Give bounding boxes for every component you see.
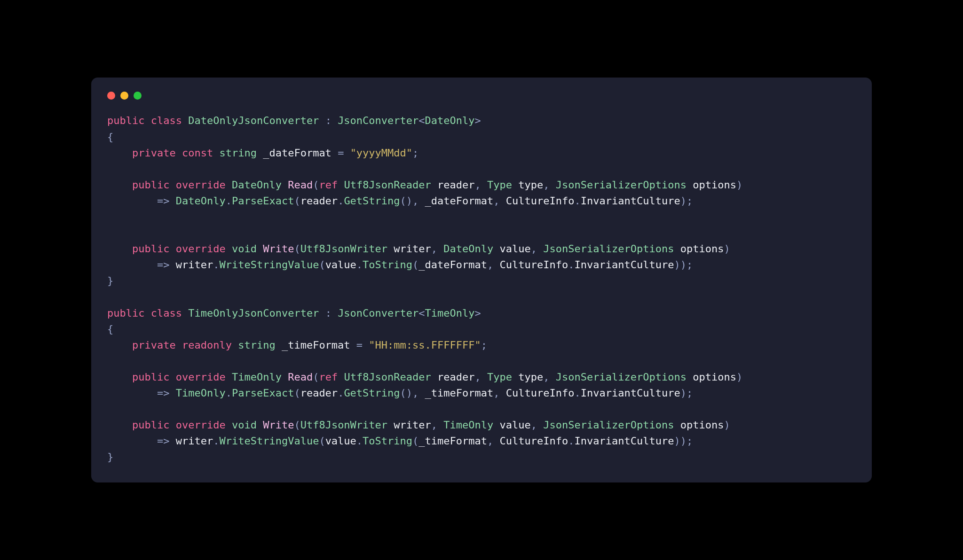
punct: , (487, 259, 493, 271)
code-window: public class DateOnlyJsonConverter : Jso… (91, 78, 872, 482)
punct: ) (680, 387, 687, 399)
punct: ; (412, 147, 418, 159)
punct: ) (406, 387, 412, 399)
identifier: type (518, 179, 543, 191)
type: JsonSerializerOptions (556, 371, 687, 383)
identifier: _timeFormat (418, 435, 487, 447)
punct: , (431, 419, 437, 431)
punct: . (213, 435, 219, 447)
punct: ( (294, 419, 300, 431)
type: JsonConverter (338, 115, 418, 126)
type: Type (487, 371, 512, 383)
identifier: _dateFormat (263, 147, 332, 159)
type: TimeOnly (232, 371, 282, 383)
identifier: value (325, 259, 356, 271)
punct: , (475, 371, 481, 383)
punct: ) (680, 195, 687, 207)
punct: , (475, 179, 481, 191)
identifier: writer (394, 419, 431, 431)
identifier: options (680, 243, 724, 255)
identifier: CultureInfo (500, 435, 568, 447)
keyword: public (132, 179, 169, 191)
minimize-icon[interactable] (120, 92, 128, 100)
keyword: ref (319, 371, 338, 383)
type: DateOnlyJsonConverter (188, 115, 319, 126)
method: ToString (363, 259, 412, 271)
method: WriteStringValue (219, 435, 319, 447)
keyword: class (151, 307, 182, 319)
brace: { (107, 131, 113, 143)
keyword: public (132, 371, 169, 383)
punct: ( (400, 195, 406, 207)
identifier: CultureInfo (506, 195, 575, 207)
keyword: class (151, 115, 182, 126)
punct: , (487, 435, 493, 447)
maximize-icon[interactable] (134, 92, 142, 100)
punct: . (338, 195, 344, 207)
identifier: InvariantCulture (574, 259, 674, 271)
punct: . (575, 195, 581, 207)
punct: ) (736, 371, 742, 383)
type: string (219, 147, 256, 159)
punct: ( (313, 371, 319, 383)
type: JsonSerializerOptions (556, 179, 687, 191)
punct: . (213, 259, 219, 271)
type: DateOnly (232, 179, 282, 191)
type: JsonConverter (338, 307, 418, 319)
keyword: private (132, 339, 176, 351)
punct: . (568, 435, 574, 447)
punct: ( (319, 435, 325, 447)
operator: = (356, 339, 363, 351)
punct: ( (400, 387, 406, 399)
punct: , (543, 179, 549, 191)
identifier: options (693, 371, 736, 383)
punct: ( (412, 259, 418, 271)
punct: ) (724, 419, 730, 431)
type: Utf8JsonWriter (300, 419, 387, 431)
method: ParseExact (232, 195, 294, 207)
punct: ) (674, 435, 680, 447)
type: TimeOnlyJsonConverter (188, 307, 319, 319)
punct: . (575, 387, 581, 399)
identifier: writer (176, 435, 213, 447)
type: Type (487, 179, 512, 191)
close-icon[interactable] (107, 92, 115, 100)
identifier: _dateFormat (418, 259, 487, 271)
type: DateOnly (425, 115, 475, 126)
punct: ) (680, 259, 687, 271)
punct: ) (680, 435, 687, 447)
keyword: public (107, 115, 144, 126)
punct: . (568, 259, 574, 271)
arrow: => (157, 259, 170, 271)
identifier: CultureInfo (500, 259, 568, 271)
punct: : (325, 115, 332, 126)
method: ToString (363, 435, 412, 447)
keyword: override (176, 243, 226, 255)
keyword: private (132, 147, 176, 159)
type: Utf8JsonReader (344, 179, 431, 191)
identifier: reader (300, 195, 338, 207)
function: Read (288, 371, 313, 383)
punct: < (418, 307, 425, 319)
identifier: writer (394, 243, 431, 255)
punct: > (475, 307, 481, 319)
punct: ) (674, 259, 680, 271)
punct: ; (687, 195, 693, 207)
function: Write (263, 243, 294, 255)
identifier: options (693, 179, 736, 191)
identifier: reader (300, 387, 338, 399)
punct: , (431, 243, 437, 255)
punct: ( (294, 243, 300, 255)
punct: , (493, 195, 499, 207)
type: JsonSerializerOptions (543, 419, 674, 431)
type: Utf8JsonWriter (300, 243, 387, 255)
identifier: CultureInfo (506, 387, 575, 399)
keyword: ref (319, 179, 338, 191)
type: void (232, 419, 257, 431)
identifier: value (500, 243, 531, 255)
keyword: override (176, 371, 226, 383)
identifier: writer (176, 259, 213, 271)
arrow: => (157, 195, 170, 207)
punct: ( (294, 195, 300, 207)
punct: ) (724, 243, 730, 255)
